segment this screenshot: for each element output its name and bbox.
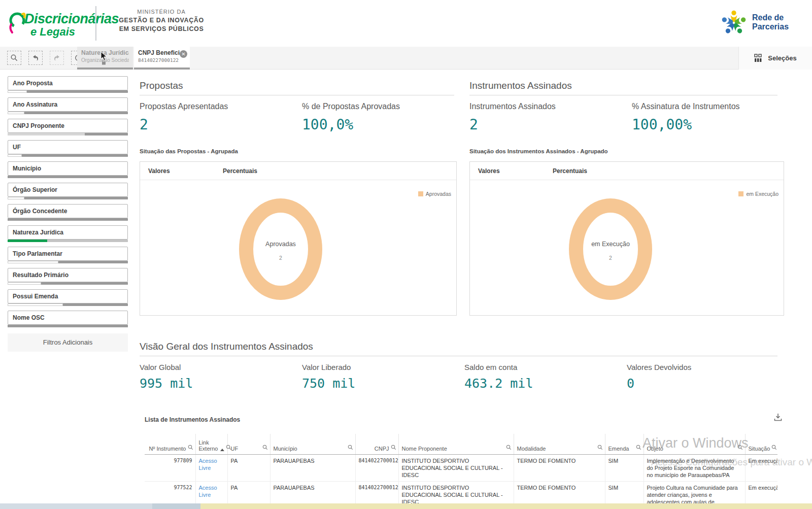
cell-municipio: PARAUAPEBAS — [270, 481, 355, 504]
brand-text-2: Parcerias — [752, 22, 805, 31]
column-header-modalidade[interactable]: Modalidade — [514, 434, 605, 454]
visao-geral-title: Visão Geral dos Instrumentos Assinados — [140, 341, 313, 352]
column-header-situacao[interactable]: Situação — [745, 434, 777, 454]
cell-cnpj: 84140227000122 — [355, 454, 398, 481]
column-search-icon[interactable] — [391, 445, 396, 451]
download-icon[interactable] — [773, 413, 783, 424]
column-search-icon[interactable] — [597, 445, 603, 451]
column-search-icon[interactable] — [188, 445, 193, 451]
kpi-label: Instrumentos Assinados — [469, 102, 632, 111]
instrumentos-donut-panel[interactable]: Valores Percentuais em Execução em Execu… — [469, 161, 784, 316]
filter-label: Natureza Jurídica — [8, 225, 128, 240]
column-header-cnpj[interactable]: CNPJ — [355, 434, 398, 454]
table-row[interactable]: 977522Acesso LivrePAPARAUAPEBAS841402270… — [145, 481, 777, 504]
cell-link[interactable]: Acesso Livre — [195, 454, 227, 481]
windows-activation-watermark-2: Acesse Configurações para ativar o Windo… — [651, 457, 812, 468]
propostas-chart-title: Situação das Propostas - Agrupada — [140, 148, 238, 154]
chart-tabs: Valores Percentuais — [140, 162, 456, 180]
kpi-value: 463.2 mil — [464, 376, 627, 391]
column-search-icon[interactable] — [262, 445, 268, 451]
filter-item--rg-o-concedente[interactable]: Órgão Concedente — [8, 204, 128, 221]
cell-uf: PA — [227, 454, 270, 481]
kpi-label: Valores Devolvidos — [627, 363, 789, 371]
filter-item-cnpj-proponente[interactable]: CNPJ Proponente — [8, 119, 128, 135]
kpi-value: 2 — [469, 116, 632, 133]
cell-link[interactable]: Acesso Livre — [195, 481, 227, 504]
tab-percentuais[interactable]: Percentuais — [223, 167, 257, 175]
kpi-label: Valor Global — [140, 363, 302, 371]
tab-percentuais[interactable]: Percentuais — [553, 167, 587, 175]
tab-valores[interactable]: Valores — [478, 167, 500, 175]
selections-button[interactable]: Seleções — [738, 47, 812, 70]
app-header: Discricionárias e Legais MINISTÉRIO DA G… — [0, 0, 812, 47]
mouse-cursor — [100, 51, 108, 61]
column-label: Nome Proponente — [402, 446, 504, 452]
cell-numero: 977522 — [145, 481, 195, 504]
instrumentos-kpis: Instrumentos Assinados 2% Assinatura de … — [469, 102, 794, 133]
ministry-logo: MINISTÉRIO DA GESTÃO E DA INOVAÇÃO EM SE… — [106, 9, 217, 33]
filter-item-possui-emenda[interactable]: Possui Emenda — [8, 289, 128, 306]
filter-state-bar — [8, 176, 128, 178]
chip-state-bar — [77, 67, 133, 70]
filter-item-uf[interactable]: UF — [8, 140, 128, 157]
column-header-municipio[interactable]: Município — [270, 434, 355, 454]
column-header-link[interactable]: Link Externo — [195, 434, 227, 454]
search-icon[interactable] — [7, 51, 21, 65]
filter-item-resultado-prim-rio[interactable]: Resultado Primário — [8, 268, 128, 285]
filter-item-natureza-jur-dica[interactable]: Natureza Jurídica — [8, 225, 128, 242]
donut-chart[interactable] — [550, 193, 671, 305]
ministry-line-2: GESTÃO E DA INOVAÇÃO — [106, 16, 217, 25]
selection-chip-1[interactable]: CNPJ Benefici... 84140227000122✕ — [134, 47, 190, 70]
filter-label: CNPJ Proponente — [8, 119, 128, 133]
column-header-emenda[interactable]: Emenda — [605, 434, 644, 454]
filter-label: Ano Assinatura — [8, 97, 128, 112]
external-link[interactable]: Acesso Livre — [199, 458, 217, 471]
cell-municipio: PARAUAPEBAS — [270, 454, 355, 481]
kpi-value: 0 — [627, 376, 789, 391]
redo-selection-icon[interactable] — [50, 51, 64, 65]
close-icon[interactable]: ✕ — [180, 50, 187, 58]
table-title: Lista de Instrumentos Assinados — [145, 416, 240, 423]
filter-item-ano-assinatura[interactable]: Ano Assinatura — [8, 97, 128, 114]
filter-item-tipo-parlamentar[interactable]: Tipo Parlamentar — [8, 247, 128, 263]
column-search-icon[interactable] — [506, 445, 512, 451]
kpi-instrumentos-assinados: Instrumentos Assinados 2 — [469, 102, 632, 133]
donut-chart[interactable] — [220, 193, 342, 305]
kpi--assinatura-de-instrumentos: % Assinatura de Instrumentos 100,00% — [632, 102, 794, 133]
kpi-label: Valor Liberado — [302, 363, 464, 371]
filter-label: Município — [8, 161, 128, 176]
filter-item--rg-o-superior[interactable]: Órgão Superior — [8, 183, 128, 199]
kpi-valores-devolvidos: Valores Devolvidos 0 — [627, 363, 789, 391]
column-search-icon[interactable] — [348, 445, 353, 451]
filter-state-bar — [8, 325, 128, 327]
windows-activation-watermark-1: Ativar o Windows — [642, 435, 749, 451]
legend-label: Aprovadas — [426, 191, 451, 197]
instrumentos-chart-title: Situação dos Instrumentos Assinados - Ag… — [469, 148, 608, 154]
column-label: CNPJ — [359, 446, 389, 452]
column-header-numero[interactable]: Nº Instrumento — [145, 434, 195, 454]
propostas-donut-panel[interactable]: Valores Percentuais Aprovadas Aprovadas … — [140, 161, 457, 316]
filter-item-ano-proposta[interactable]: Ano Proposta — [8, 76, 128, 93]
app-logo: Discricionárias e Legais — [7, 7, 109, 41]
filter-item-nome-osc[interactable]: Nome OSC — [8, 311, 128, 327]
kpi-valor-global: Valor Global 995 mil — [140, 363, 302, 391]
column-header-nome[interactable]: Nome Proponente — [398, 434, 514, 454]
additional-filters-button[interactable]: Filtros Adicionais — [8, 333, 128, 352]
tab-valores[interactable]: Valores — [148, 167, 170, 175]
filter-item-munic-pio[interactable]: Município — [8, 161, 128, 178]
column-header-uf[interactable]: UF — [227, 434, 270, 454]
filter-label: Órgão Superior — [8, 183, 128, 197]
kpi-label: % de Propostas Aprovadas — [302, 102, 464, 111]
undo-selection-icon[interactable] — [28, 51, 43, 65]
column-search-icon[interactable] — [636, 445, 641, 451]
propostas-kpis: Propostas Apresentadas 2% de Propostas A… — [140, 102, 464, 133]
sort-ascending-icon — [220, 449, 224, 451]
column-search-icon[interactable] — [771, 445, 777, 451]
cell-modalidade: TERMO DE FOMENTO — [514, 454, 605, 481]
propostas-title: Propostas — [140, 80, 183, 91]
filter-sidebar: Ano Proposta Ano Assinatura CNPJ Propone… — [8, 76, 128, 352]
legend-swatch — [738, 191, 743, 196]
external-link[interactable]: Acesso Livre — [199, 485, 217, 498]
selections-toolbar: Natureza Jurídica Organização Socieda...… — [0, 47, 812, 70]
instrumentos-title: Instrumentos Assinados — [469, 80, 572, 91]
